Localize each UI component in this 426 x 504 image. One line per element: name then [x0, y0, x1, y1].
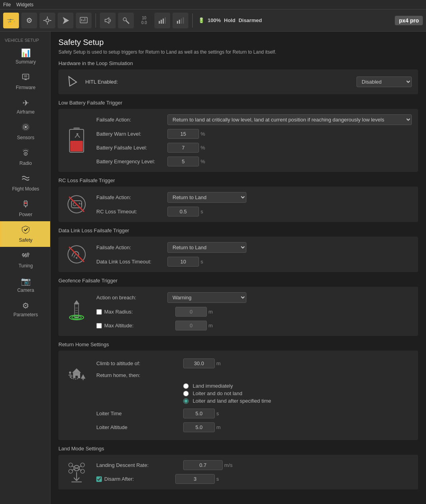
rc-failsafe-action-row: Failsafe Action: Return to Land: [96, 192, 412, 203]
max-radius-label[interactable]: Max Radius:: [104, 309, 175, 315]
svg-rect-15: [177, 21, 178, 24]
climb-altitude-input[interactable]: [183, 358, 215, 368]
failsafe-action-label: Failsafe Action:: [96, 117, 167, 123]
svg-line-56: [69, 247, 84, 262]
return-then-label-row: Return home, then:: [96, 372, 412, 378]
rc-failsafe-action-label: Failsafe Action:: [96, 194, 167, 200]
dl-timeout-label: Data Link Loss Timeout:: [96, 259, 167, 265]
camera-icon: 📷: [21, 276, 31, 286]
battery-failsafe-input[interactable]: [167, 143, 199, 153]
sidebar-label-summary: Summary: [15, 59, 36, 65]
sidebar-item-parameters[interactable]: ⚙ Parameters: [0, 297, 50, 321]
px4-logo: px4 pro: [395, 16, 423, 25]
sidebar-item-summary[interactable]: 📊 Summary: [0, 44, 50, 69]
tuning-icon: [21, 251, 30, 261]
svg-point-79: [81, 463, 84, 467]
geofence-action-select[interactable]: Warning Return to Land: [167, 292, 246, 303]
loiter-altitude-label: Loiter Altitude: [96, 424, 183, 430]
rc-failsafe-action-select[interactable]: Return to Land: [167, 192, 246, 203]
svg-rect-12: [161, 20, 162, 24]
menu-widgets[interactable]: Widgets: [16, 2, 33, 7]
max-radius-checkbox[interactable]: [96, 309, 102, 315]
sidebar-label-airframe: Airframe: [17, 109, 34, 115]
battery-failsafe-unit: %: [201, 145, 208, 151]
svg-point-28: [25, 153, 26, 155]
svg-marker-65: [72, 368, 81, 373]
loiter-time-row: Loiter Time s: [96, 409, 412, 418]
hitl-section: HITL Enabled: Disabled Enabled: [58, 69, 418, 94]
counter-button[interactable]: 100.0: [136, 13, 152, 28]
sidebar-item-firmware[interactable]: Firmware: [0, 69, 50, 94]
dl-timeout-input[interactable]: [167, 257, 199, 267]
hitl-section-label: Hardware in the Loop Simulation: [58, 60, 418, 66]
svg-point-78: [69, 463, 73, 467]
land-mode-icon: [65, 460, 88, 484]
settings-button[interactable]: ⚙: [21, 13, 37, 28]
sidebar-item-camera[interactable]: 📷 Camera: [0, 273, 50, 297]
vehicle-button[interactable]: 🚁: [3, 13, 19, 28]
land-immediately-radio[interactable]: [183, 383, 189, 389]
return-then-label: Return home, then:: [96, 372, 183, 378]
sidebar-item-radio[interactable]: Radio: [0, 144, 50, 170]
failsafe-action-select[interactable]: Return to land at critically low level, …: [167, 114, 412, 125]
rc-loss-timeout-input[interactable]: [167, 207, 199, 217]
analyze-button[interactable]: [76, 13, 92, 28]
disarm-label[interactable]: Disarm After:: [104, 476, 175, 482]
signal1-button[interactable]: [154, 13, 170, 28]
sidebar-item-airframe[interactable]: ✈ Airframe: [0, 94, 50, 119]
radio-loiter-no-land: Loiter and do not land: [183, 390, 412, 396]
main-layout: Vehicle Setup 📊 Summary Firmware ✈ Airfr…: [0, 32, 426, 504]
sidebar-item-safety[interactable]: Safety: [0, 221, 50, 247]
battery-warn-input[interactable]: [167, 129, 199, 139]
plan-button[interactable]: [39, 13, 55, 28]
loiter-altitude-input[interactable]: [183, 422, 215, 432]
max-altitude-input[interactable]: [175, 321, 207, 330]
battery-emergency-row: Battery Emergency Level: %: [96, 157, 412, 166]
failsafe-action-row: Failsafe Action: Return to land at criti…: [96, 114, 412, 125]
battery-percent: 100%: [208, 17, 221, 23]
toolbar: 🚁 ⚙ 100.0: [0, 9, 426, 32]
max-radius-input[interactable]: [175, 307, 207, 317]
sidebar-label-parameters: Parameters: [13, 312, 38, 317]
geofence-altitude-row: Max Altitude: m: [96, 321, 412, 330]
max-altitude-checkbox[interactable]: [96, 323, 102, 329]
disarm-after-row: Disarm After: s: [96, 474, 412, 484]
return-radio-group: Land immediately Loiter and do not land …: [183, 383, 412, 404]
climb-altitude-unit: m: [216, 360, 224, 366]
disarm-checkbox[interactable]: [96, 476, 102, 482]
rc-loss-timeout-row: RC Loss Timeout: s: [96, 207, 412, 217]
battery-emergency-input[interactable]: [167, 157, 199, 166]
loiter-time-label: Loiter Time: [96, 411, 183, 416]
svg-marker-68: [81, 374, 86, 379]
loiter-land-label[interactable]: Loiter and land after specified time: [193, 398, 271, 404]
max-altitude-label[interactable]: Max Altitude:: [104, 323, 175, 329]
sidebar-item-power[interactable]: Power: [0, 196, 50, 221]
data-link-section: Failsafe Action: Return to Land Data Lin…: [58, 237, 418, 272]
speaker-button[interactable]: [100, 13, 116, 28]
loiter-time-input[interactable]: [183, 409, 215, 418]
firmware-icon: [21, 73, 30, 83]
svg-rect-11: [159, 21, 160, 24]
mode-label: Hold: [224, 17, 235, 23]
descent-rate-input[interactable]: [183, 460, 223, 470]
sidebar-item-sensors[interactable]: Sensors: [0, 119, 50, 144]
menu-file[interactable]: File: [3, 2, 11, 7]
hitl-field-label: HITL Enabled:: [85, 79, 350, 85]
fly-button[interactable]: [58, 13, 73, 28]
geofence-action-row: Action on breach: Warning Return to Land: [96, 292, 412, 303]
loiter-no-land-radio[interactable]: [183, 391, 189, 396]
land-immediately-label[interactable]: Land immediately: [193, 383, 233, 389]
disarm-input[interactable]: [175, 474, 215, 484]
sidebar-item-flight-modes[interactable]: Flight Modes: [0, 170, 50, 196]
tools-button[interactable]: [118, 13, 134, 28]
sidebar-item-tuning[interactable]: Tuning: [0, 247, 50, 273]
loiter-land-radio[interactable]: [183, 398, 189, 404]
svg-point-39: [27, 253, 29, 255]
page-description: Safety Setup is used to setup triggers f…: [58, 49, 418, 55]
menu-bar: File Widgets: [0, 0, 426, 9]
hitl-enabled-select[interactable]: Disabled Enabled: [357, 77, 412, 87]
loiter-no-land-label[interactable]: Loiter and do not land: [193, 390, 242, 396]
battery-warn-label: Battery Warn Level:: [96, 131, 167, 137]
dl-failsafe-action-select[interactable]: Return to Land: [167, 242, 246, 253]
signal2-button[interactable]: [173, 13, 188, 28]
